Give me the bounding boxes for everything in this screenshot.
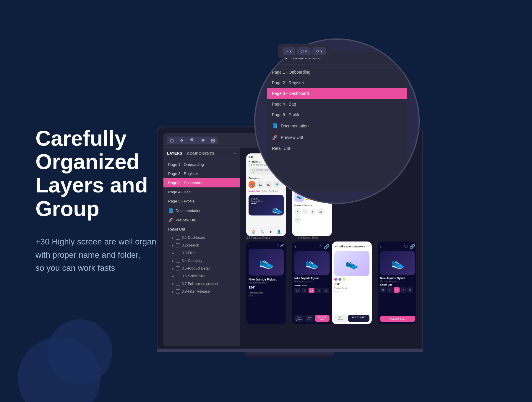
layers-tab[interactable]: LAYERS [167,150,182,157]
ss-heart-btn[interactable]: ♡ 🔗 [318,244,330,249]
color-pink[interactable] [334,278,337,281]
size-btn-95[interactable]: 9.5 [309,288,314,293]
layer-item-2[interactable]: Page 3 - Dashboard [163,178,240,187]
ss-back-btn[interactable]: ‹ [294,244,296,249]
pd-heart-btn[interactable]: ♡ 🔗 [277,244,284,247]
layer-sub-0[interactable]: ▶ 3.1-Dashboard [163,234,240,241]
ss-actions: Size guide? Can't find? SELECT SIZE [294,315,330,322]
ss2-heart-btn[interactable]: ♡ 🔗 [404,244,415,249]
tab-new-arrival[interactable]: New Arrival [249,190,260,193]
mag-add-icon[interactable]: + [399,55,402,61]
ss-cant-find-btn[interactable]: Can't find? [305,315,314,322]
sport-screen: ← Nike Sport Sneakers ♡ 👟 [332,241,372,324]
stack-icon: ⬡ [301,49,304,54]
arrow-6: ▶ [172,282,174,286]
toolbar-grid-btn[interactable]: ⊞ [198,137,208,144]
search-filter[interactable]: 🔍 Search sneakers, shoes and hat [294,166,330,172]
nav-profile[interactable]: 👤 [277,230,281,234]
layer-label-1: Page 2 - Register [168,171,198,176]
size-btn-85[interactable]: 8.5 [294,288,300,293]
layer-sub-5[interactable]: ▶ 3.6-Select Size [163,272,240,280]
toolbar-component-btn[interactable]: ❖ [177,137,187,144]
search-phone: 9:41 ▲▲ 📶 ‹ Search products PRODUCT [292,153,332,236]
ns-set-now-btn[interactable]: SET NOW [334,315,347,322]
ss-shoe-subtitle: Men's running shoes [294,280,330,282]
components-tab[interactable]: COMPONENTS [187,150,215,157]
size-btn-11[interactable]: 11 [323,288,329,293]
layer-sub-2[interactable]: ▶ 3.3-Filter [163,249,240,257]
panel-add-btn[interactable]: + [233,150,236,157]
ss2-size-11[interactable]: 11 [407,287,413,293]
stack-btn[interactable]: ⬡ ▾ [297,47,311,55]
cat-boot[interactable]: 🥿 [257,181,263,188]
layer-item-0[interactable]: Page 1 - Onboarding [163,160,240,169]
layer-sub-3[interactable]: ▶ 3.4-Category [163,257,240,265]
product-detail-phone: ‹ ♡ 🔗 👟 Nike Joyride Flyknit Men's runni… [246,241,286,324]
pd-desc-title: Product Detail [249,291,284,294]
layer-sub-4[interactable]: ▶ 3.5-Product Detail [163,265,240,272]
tab-sales[interactable]: Sales [262,190,267,193]
toolbar-layout-btn[interactable]: ▤ [208,137,218,144]
layer-sub-7[interactable]: ▶ 3.8-Filter Release [163,288,240,295]
brand-asics: A [294,208,301,215]
ss2-size-10[interactable]: 10 [400,287,406,293]
cat-sneaker[interactable]: 👟 [249,181,255,188]
layer-item-5[interactable]: 📘 Documentation [163,206,240,215]
search-product-bar[interactable]: Search products [296,160,316,164]
color-yellow[interactable] [343,278,346,281]
cat-loafer[interactable]: 👞 [265,181,272,188]
layer-label-5: Documentation [176,208,201,213]
ns-title: Nike Sport Sneakers [339,245,365,248]
share-button[interactable]: Sh [399,137,412,144]
ss2-size-95[interactable]: 9.5 [394,287,400,293]
featured-shoe-card[interactable]: FILA Dragon Man 1089¹ 👟 [249,195,284,215]
phone-search-bar[interactable]: 🔍 Search sneakers, shoes and hat [249,168,284,174]
ns-heart-btn[interactable]: ♡ [366,244,369,249]
size-btn-9[interactable]: 9 [301,288,307,293]
brand-logos-row: A P F AJ N [294,208,330,223]
layer-item-4[interactable]: Page 5 - Profile [163,197,240,206]
search-back-btn[interactable]: ‹ [294,161,295,164]
ss2-select-size-btn[interactable]: SELECT SIZE [380,316,415,322]
ss2-back-btn[interactable]: ‹ [380,244,382,249]
ns-add-cart-btn[interactable]: ADD TO CART [348,315,369,322]
layer-sub-1[interactable]: ▶ 3.2-Search [163,241,240,249]
plus-btn[interactable]: + ▾ [283,47,295,55]
arrow-1: ▶ [172,244,174,247]
product-detail-screen: ‹ ♡ 🔗 👟 Nike Joyride Flyknit Men's runni… [246,241,286,324]
toolbar-cursor-btn[interactable]: ▢ [167,137,177,144]
mag-layer-item-0[interactable]: Page 1 - Onboarding [267,67,407,77]
color-blue[interactable] [338,278,341,281]
mag-layer-item-4[interactable]: Page 5 - Profile [267,109,407,120]
layer-sub-label-2: 3.3-Filter [182,251,196,255]
ss-guide-btn[interactable]: Size guide? [294,315,304,322]
layer-sub-6[interactable]: ▶ 3.7-Full screen product [163,280,240,288]
tab-top-rated[interactable]: Top Rated [269,190,278,193]
nav-home[interactable]: 🏠 [251,230,255,234]
ns-price: 134¹ [334,283,369,286]
ns-back-btn[interactable]: ← [334,244,339,249]
featured-shoe-emoji: 👟 [272,204,282,214]
canvas-row2-labels: 3.5-Product Detail 3.6-Select Size [246,236,338,239]
canvas-row2: ‹ ♡ 🔗 👟 Nike Joyride Flyknit Men's runni… [246,241,332,324]
toolbar-search-btn[interactable]: 🔍 [187,137,198,144]
mag-layer-item-1[interactable]: Page 2 - Register [267,77,407,88]
sport-sneakers-phone: ← Nike Sport Sneakers ♡ 👟 [332,241,372,324]
ss2-size-85[interactable]: 8.5 [380,287,386,293]
layer-item-3[interactable]: Page 4 - Bag [163,187,240,197]
nav-bag[interactable]: ● [270,230,272,234]
layer-item-7[interactable]: Retail UI8 [163,225,240,234]
ns-more-btn[interactable]: more → [334,290,369,292]
pd-back-btn[interactable]: ‹ [249,244,249,247]
mag-layer-item-2[interactable]: Page 3 - Dashboard [267,88,407,99]
rotate-btn[interactable]: ↻ ▾ [312,47,326,55]
nav-search[interactable]: 🔍 [260,230,265,234]
layer-item-1[interactable]: Page 2 - Register [163,169,240,178]
cat-hat[interactable]: 🧢 [273,181,280,188]
ss-select-btn[interactable]: SELECT SIZE [315,315,330,322]
mag-layer-item-3[interactable]: Page 4 - Bag [267,99,407,109]
layer-item-6[interactable]: 🚀 Preview UI8 [163,215,240,225]
ss2-size-9[interactable]: 9 [387,287,393,293]
category-title: Category [249,177,284,179]
size-btn-10[interactable]: 10 [316,288,322,293]
